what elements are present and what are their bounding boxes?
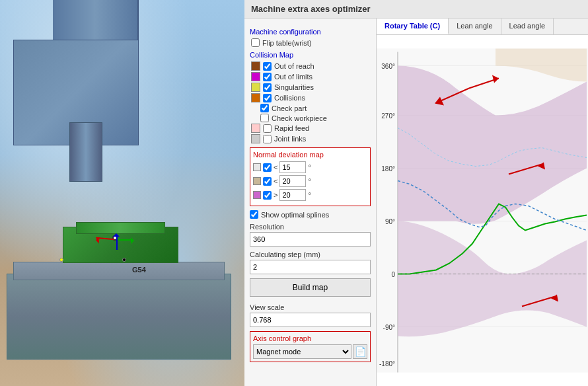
collisions-row: Collisions [250,93,371,102]
joint-links-label: Joint links [274,135,306,143]
deviation-cb-2[interactable] [263,177,272,186]
calc-step-input[interactable] [250,260,371,274]
resolution-input[interactable] [250,232,371,247]
build-map-button[interactable]: Build map [250,278,371,297]
view-scale-input[interactable] [250,313,371,327]
deviation-unit-3: ° [308,191,311,199]
check-part-checkbox[interactable] [260,104,269,112]
deviation-cb-1[interactable] [263,163,272,172]
machine-table [7,274,231,360]
resolution-label: Resolution [250,223,371,231]
singularities-label: Singularities [274,83,314,91]
deviation-op-2: < [274,177,277,185]
file-icon: 📄 [355,346,366,357]
check-workpiece-label: Check workpiece [272,114,327,122]
rapid-feed-color [251,124,260,133]
show-splines-row: Show optimal splines [250,210,371,219]
deviation-section: Normal deviation map < ° < ° [250,147,371,206]
rapid-feed-row: Rapid feed [250,124,371,133]
flip-table-label: Flip table(wrist) [262,39,312,47]
main-content: Machine configuration Flip table(wrist) … [244,19,588,386]
joint-links-color [251,134,260,143]
out-of-limits-label: Out of limits [274,73,312,81]
deviation-color-2 [253,177,261,185]
rapid-feed-checkbox[interactable] [263,124,272,133]
tabs: Rotary Table (C) Lean angle Lead angle [377,19,588,35]
chart-panel: Rotary Table (C) Lean angle Lead angle 3… [377,19,588,386]
deviation-row-2: < ° [253,175,367,187]
axis-control-row: Magnet mode Free mode Locked mode 📄 [253,344,367,359]
right-panel: Machine extra axes optimizer Machine con… [244,0,588,386]
rapid-feed-label: Rapid feed [274,124,309,132]
chart-area: 360° 270° 180° 90° 0 -90° -180° [377,35,588,386]
deviation-title: Normal deviation map [253,151,367,159]
machine-config-title: Machine configuration [250,28,371,36]
arrow-head-y [131,237,137,244]
svg-text:0: 0 [391,271,395,278]
deviation-unit-2: ° [308,177,311,185]
out-of-reach-color [251,61,260,71]
chart-svg: 360° 270° 180° 90° 0 -90° -180° [377,35,588,386]
out-of-reach-checkbox[interactable] [263,62,272,71]
3d-viewport: G54 [0,0,244,386]
arrow-head-x [92,237,100,244]
axis-control-file-btn[interactable]: 📄 [353,344,367,359]
workpiece-top [76,222,165,234]
collisions-label: Collisions [274,94,305,102]
joint-links-row: Joint links [250,134,371,143]
out-of-reach-label: Out of reach [274,62,314,70]
singularities-color [251,83,260,92]
out-of-limits-row: Out of limits [250,72,371,81]
singularities-row: Singularities [250,83,371,92]
svg-text:90°: 90° [385,218,395,225]
show-splines-checkbox[interactable] [250,210,258,219]
view-scale-label: View scale [250,303,371,311]
deviation-op-3: > [274,191,277,199]
collisions-color [251,93,260,102]
deviation-color-3 [253,191,261,199]
g54-label: G54 [132,266,146,274]
deviation-unit-1: ° [308,163,311,171]
flip-table-checkbox[interactable] [251,38,260,47]
singularities-checkbox[interactable] [263,83,272,92]
out-of-limits-color [251,72,260,81]
collision-map-title: Collision Map [250,51,371,59]
calc-step-label: Calculating step (mm) [250,251,371,258]
deviation-val-1[interactable] [279,161,306,173]
svg-text:360°: 360° [381,63,395,70]
joint-links-checkbox[interactable] [263,135,272,143]
machine-spindle [69,122,102,182]
table-top [13,262,225,280]
deviation-val-3[interactable] [279,189,306,201]
svg-text:-90°: -90° [383,324,395,331]
deviation-row-3: > ° [253,189,367,201]
tab-lean-angle[interactable]: Lean angle [449,19,501,34]
out-of-limits-checkbox[interactable] [263,73,272,81]
deviation-cb-3[interactable] [263,191,272,200]
axis-control-select[interactable]: Magnet mode Free mode Locked mode [253,344,351,359]
deviation-op-1: < [274,163,277,171]
axis-control-title: Axis control graph [253,334,367,342]
deviation-val-2[interactable] [279,175,306,187]
arrow-head-z [113,230,120,237]
svg-text:-180°: -180° [379,360,395,367]
deviation-color-1 [253,163,261,171]
check-workpiece-row: Check workpiece [250,114,371,122]
axis-control-section: Axis control graph Magnet mode Free mode… [250,331,371,362]
svg-text:270°: 270° [381,112,395,120]
options-panel: Machine configuration Flip table(wrist) … [244,19,377,386]
arrow-green-y [118,239,132,241]
check-part-row: Check part [250,104,371,112]
deviation-row-1: < ° [253,161,367,173]
out-of-reach-row: Out of reach [250,61,371,71]
flip-table-row: Flip table(wrist) [250,38,371,47]
collisions-checkbox[interactable] [263,94,272,102]
check-part-label: Check part [272,104,307,112]
check-workpiece-checkbox[interactable] [260,114,269,122]
panel-title: Machine extra axes optimizer [244,0,588,19]
dot-2 [122,258,126,262]
show-splines-label: Show optimal splines [261,211,329,219]
tab-rotary-table[interactable]: Rotary Table (C) [377,19,449,34]
tab-lead-angle[interactable]: Lead angle [501,19,554,34]
svg-text:180°: 180° [381,165,395,173]
